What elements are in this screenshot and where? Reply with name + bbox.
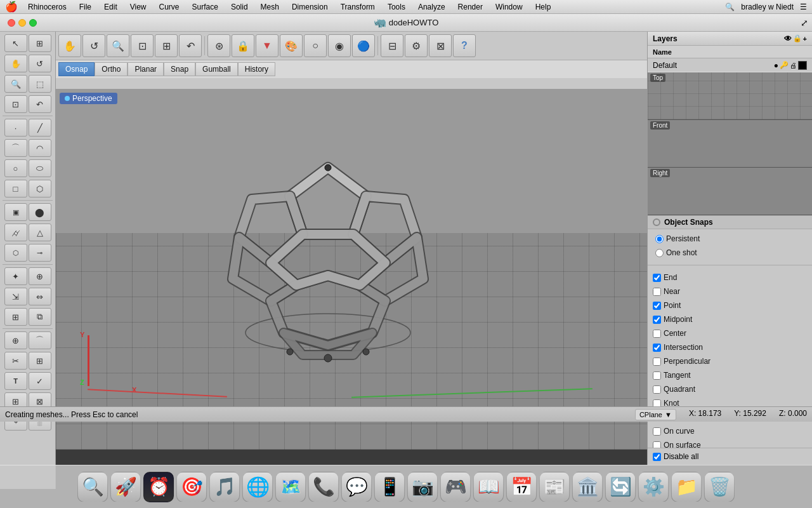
color-wheel-btn[interactable]: 🎨 [280,34,303,57]
snap-label-perpendicular[interactable]: Perpendicular [664,357,710,366]
menu-surface[interactable]: Surface [190,3,221,11]
menu-view[interactable]: View [128,3,149,11]
undo-tool[interactable]: ↶ [29,95,51,113]
ortho-button[interactable]: Ortho [95,62,128,76]
snap-label-quadrant[interactable]: Quadrant [664,385,695,394]
help-btn[interactable]: ? [453,34,476,57]
snap-label-center[interactable]: Center [664,329,686,338]
menu-render[interactable]: Render [455,3,485,11]
menu-file[interactable]: File [77,3,94,11]
dock-news[interactable]: 📰 [539,472,570,502]
dock-history[interactable]: 🏛️ [572,472,603,502]
snap-checkbox-tangent[interactable] [653,371,661,380]
pan-tool[interactable]: ✋ [4,55,27,72]
select-tool[interactable]: ↖ [4,34,27,52]
boolean-tool[interactable]: ⊕ [4,331,27,349]
zoom-ext-tool[interactable]: ⊡ [4,95,27,113]
menu-icon[interactable]: ☰ [800,3,807,11]
dock-music[interactable]: 🎵 [209,472,240,502]
dock-books[interactable]: 📖 [473,472,504,502]
display2-btn[interactable]: 🔵 [352,34,375,57]
undo2-btn[interactable]: ↶ [179,34,202,57]
expand-icon[interactable]: ⤢ [801,18,808,28]
box-tool[interactable]: ▣ [4,203,27,221]
zoom-tool[interactable]: 🔍 [4,75,27,93]
oneshot-radio[interactable] [655,249,664,257]
oneshot-label[interactable]: One shot [666,248,697,257]
dock-trash[interactable]: 🗑️ [704,472,735,502]
maximize-button[interactable] [29,19,37,27]
main-viewport[interactable]: Perspective [56,89,647,450]
layer-visible-icon[interactable]: ● [774,61,778,70]
transform-tool[interactable]: ✦ [4,267,27,285]
snap-checkbox-quadrant[interactable] [653,385,661,394]
array-tool[interactable]: ⊞ [4,308,27,326]
snap-label-intersection[interactable]: Intersection [664,343,703,352]
osnap-button[interactable]: Osnap [58,62,95,76]
history-button[interactable]: History [238,62,275,76]
zoom-ext2-btn[interactable]: ⊞ [155,34,178,57]
ellipse-tool[interactable]: ⬭ [29,159,51,177]
disable-all-checkbox[interactable] [653,453,661,461]
dock-settings[interactable]: ⚙️ [638,472,669,502]
layer-color-swatch[interactable] [798,61,807,70]
dock-messages[interactable]: 💬 [341,472,372,502]
render-settings-btn[interactable]: ⚙ [405,34,428,57]
menu-edit[interactable]: Edit [102,3,120,11]
snap-checkbox-midpoint[interactable] [653,316,661,324]
dock-calendar[interactable]: 📅 [506,472,537,502]
menu-tools[interactable]: Tools [385,3,408,11]
arc-tool[interactable]: ◠ [29,139,51,157]
layer-add-icon[interactable]: + [803,35,807,43]
snap-label-midpoint[interactable]: Midpoint [664,315,692,324]
mirror-tool[interactable]: ⇔ [29,288,51,305]
menu-rhinoceros[interactable]: Rhinoceros [25,3,69,11]
loft-tool[interactable]: ⊸ [29,244,51,262]
circle-tool[interactable]: ○ [4,159,27,177]
menu-curve[interactable]: Curve [157,3,182,11]
snap-label-point[interactable]: Point [664,301,681,310]
snap-label-on-surface[interactable]: On surface [664,441,701,448]
split-tool[interactable]: ✂ [4,352,27,370]
snap-label-tangent[interactable]: Tangent [664,371,691,380]
line-tool[interactable]: ╱ [29,119,51,137]
menu-window[interactable]: Window [493,3,525,11]
dock-launchpad[interactable]: 🚀 [110,472,141,502]
persistent-radio[interactable] [655,235,664,243]
gumball-button[interactable]: Gumball [195,62,238,76]
minimize-button[interactable] [18,19,26,27]
offset-tool[interactable]: ⧉ [29,308,51,326]
snap-checkbox-end[interactable] [653,274,661,282]
cplane-selector[interactable]: CPlane ▼ [635,409,676,420]
mini-viewport-1[interactable]: Top [648,72,812,120]
dock-skype[interactable]: 📱 [374,472,405,502]
snap-checkbox-on-surface[interactable] [653,441,661,448]
cylinder-tool[interactable]: ⌭ [4,224,27,241]
snap-label-near[interactable]: Near [664,287,680,296]
fillet-tool[interactable]: ⌒ [29,331,51,349]
cone-tool[interactable]: △ [29,224,51,241]
default-layer-row[interactable]: Default ● 🔑 🖨 [648,58,812,72]
lock-btn[interactable]: 🔒 [232,34,254,57]
snap-checkbox-intersection[interactable] [653,344,661,352]
snap-checkbox-point[interactable] [653,302,661,310]
layer-eye-icon[interactable]: 👁 [784,34,792,43]
snap-btn[interactable]: ⊛ [207,34,230,57]
polyline-tool[interactable]: ⌒ [4,139,27,157]
snap-label-end[interactable]: End [664,273,677,282]
snap-checkbox-near[interactable] [653,288,661,296]
dock-phone[interactable]: 📞 [308,472,339,502]
gumball-icon-btn[interactable]: ▼ [256,34,278,57]
dock-update[interactable]: 🔄 [605,472,636,502]
text-tool[interactable]: T [4,372,27,390]
dock-video[interactable]: 🎮 [440,472,471,502]
point-tool[interactable]: · [4,119,27,137]
zoom-btn[interactable]: 🔍 [107,34,129,57]
dock-time[interactable]: ⏰ [143,472,174,502]
persistent-label[interactable]: Persistent [666,234,700,243]
render-mesh-btn[interactable]: ⊠ [429,34,452,57]
snap-checkbox-center[interactable] [653,330,661,338]
rotate-tool[interactable]: ↺ [29,55,51,72]
planar-button[interactable]: Planar [128,62,164,76]
layer-print-icon[interactable]: 🖨 [790,62,797,69]
